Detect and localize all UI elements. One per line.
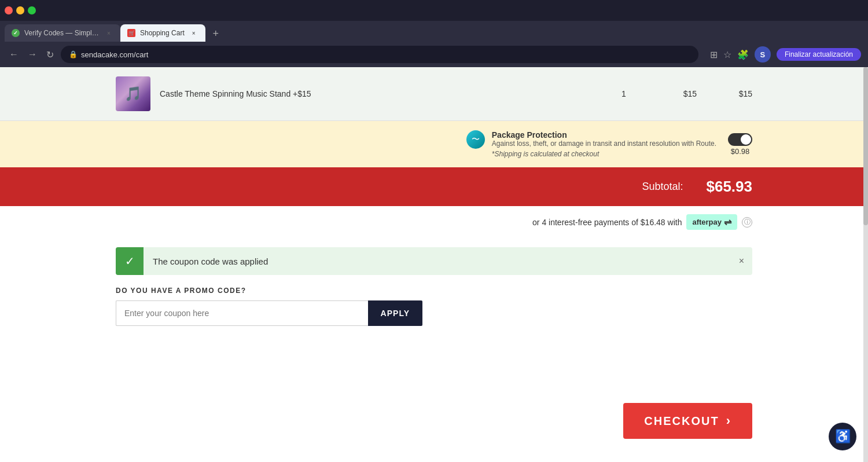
product-name: Castle Theme Spinning Music Stand +$15 <box>160 89 597 98</box>
checkout-label: CHECKOUT <box>644 415 719 428</box>
tab-bar: ✓ Verify Codes — SimplyCodes × 🛒 Shoppin… <box>0 21 868 42</box>
address-right: ⊞ ☆ 🧩 S Finalizar actualización <box>710 46 861 63</box>
checkout-button-wrap: CHECKOUT › <box>623 403 752 439</box>
checkout-button[interactable]: CHECKOUT › <box>623 403 752 439</box>
browser-frame: ✓ Verify Codes — SimplyCodes × 🛒 Shoppin… <box>0 0 868 462</box>
new-tab-button[interactable]: + <box>208 25 224 42</box>
package-title: Package Protection <box>492 130 716 140</box>
coupon-success-banner: ✓ The coupon code was applied × <box>116 247 752 275</box>
product-price: $15 <box>650 89 697 98</box>
product-total: $15 <box>706 89 752 98</box>
package-protection-icon: 〜 <box>466 130 485 149</box>
afterpay-info-icon[interactable]: ⓘ <box>742 217 752 228</box>
bookmark-icon[interactable]: ☆ <box>723 49 731 60</box>
reload-button[interactable]: ↻ <box>44 47 56 63</box>
tab-shopping-cart[interactable]: 🛒 Shopping Cart × <box>120 24 205 42</box>
subtotal-bar: Subtotal: $65.93 <box>0 167 868 206</box>
coupon-input[interactable] <box>116 300 368 326</box>
update-button[interactable]: Finalizar actualización <box>777 48 861 61</box>
accessibility-button[interactable]: ♿ <box>829 423 856 450</box>
close-window-button[interactable] <box>5 6 13 14</box>
accessibility-icon: ♿ <box>835 429 851 444</box>
promo-row: APPLY <box>116 300 422 326</box>
package-info: 〜 Package Protection Against loss, theft… <box>466 130 716 158</box>
profile-button[interactable]: S <box>755 46 771 63</box>
tab1-favicon-icon: ✓ <box>13 30 18 36</box>
promo-code-section: DO YOU HAVE A PROMO CODE? APPLY <box>116 287 752 326</box>
package-protection-row: 〜 Package Protection Against loss, theft… <box>0 121 868 167</box>
promo-label: DO YOU HAVE A PROMO CODE? <box>116 287 752 295</box>
page-content: 🎵 Castle Theme Spinning Music Stand +$15… <box>0 67 868 462</box>
spacing <box>0 326 868 395</box>
tab-verify-codes[interactable]: ✓ Verify Codes — SimplyCodes × <box>5 24 120 42</box>
minimize-window-button[interactable] <box>16 6 24 14</box>
subtotal-label: Subtotal: <box>642 181 683 193</box>
package-text-block: Package Protection Against loss, theft, … <box>492 130 716 158</box>
forward-button[interactable]: → <box>25 47 39 62</box>
product-row: 🎵 Castle Theme Spinning Music Stand +$15… <box>0 67 868 121</box>
afterpay-arrow-icon: ⇌ <box>724 217 731 228</box>
tab1-title: Verify Codes — SimplyCodes <box>24 29 100 37</box>
product-image: 🎵 <box>116 76 150 111</box>
checkmark-icon: ✓ <box>125 254 135 268</box>
coupon-success-icon: ✓ <box>116 247 144 275</box>
checkout-arrow-icon: › <box>726 413 731 428</box>
tab2-favicon-icon: 🛒 <box>128 30 135 36</box>
scrollbar[interactable] <box>863 67 868 462</box>
tab2-title: Shopping Cart <box>140 29 185 37</box>
shield-wave-icon: 〜 <box>472 134 480 145</box>
tab2-favicon: 🛒 <box>127 29 135 37</box>
window-controls <box>5 6 36 14</box>
tab2-close-button[interactable]: × <box>189 28 198 38</box>
package-protection-toggle[interactable] <box>728 133 752 146</box>
title-bar <box>0 0 868 21</box>
scrollbar-thumb[interactable] <box>863 67 868 225</box>
address-bar: ← → ↻ 🔒 sendacake.com/cart ⊞ ☆ 🧩 S Final… <box>0 42 868 67</box>
coupon-success-message: The coupon code was applied <box>144 250 731 273</box>
tab1-favicon: ✓ <box>12 29 20 37</box>
afterpay-text: or 4 interest-free payments of $16.48 wi… <box>532 218 682 227</box>
maximize-window-button[interactable] <box>28 6 36 14</box>
package-shipping-note: *Shipping is calculated at checkout <box>492 150 716 158</box>
package-price: $0.98 <box>731 147 750 156</box>
afterpay-row: or 4 interest-free payments of $16.48 wi… <box>0 206 868 238</box>
tab1-close-button[interactable]: × <box>104 28 113 38</box>
package-toggle-area: $0.98 <box>728 133 752 156</box>
coupon-close-button[interactable]: × <box>731 256 752 266</box>
toggle-knob <box>741 134 751 145</box>
subtotal-value: $65.93 <box>706 178 752 196</box>
afterpay-badge: afterpay ⇌ <box>686 214 737 230</box>
address-input-wrap[interactable]: 🔒 sendacake.com/cart <box>61 46 698 63</box>
extension-icon[interactable]: 🧩 <box>737 49 749 60</box>
lock-icon: 🔒 <box>69 50 78 58</box>
apply-coupon-button[interactable]: APPLY <box>368 300 422 326</box>
translate-icon[interactable]: ⊞ <box>710 49 718 60</box>
product-quantity: 1 <box>606 89 641 98</box>
address-text: sendacake.com/cart <box>81 50 148 59</box>
package-description: Against loss, theft, or damage in transi… <box>492 140 716 148</box>
afterpay-logo: afterpay <box>692 218 722 226</box>
back-button[interactable]: ← <box>7 47 21 62</box>
product-icon: 🎵 <box>124 86 142 102</box>
product-thumbnail: 🎵 <box>116 76 150 111</box>
